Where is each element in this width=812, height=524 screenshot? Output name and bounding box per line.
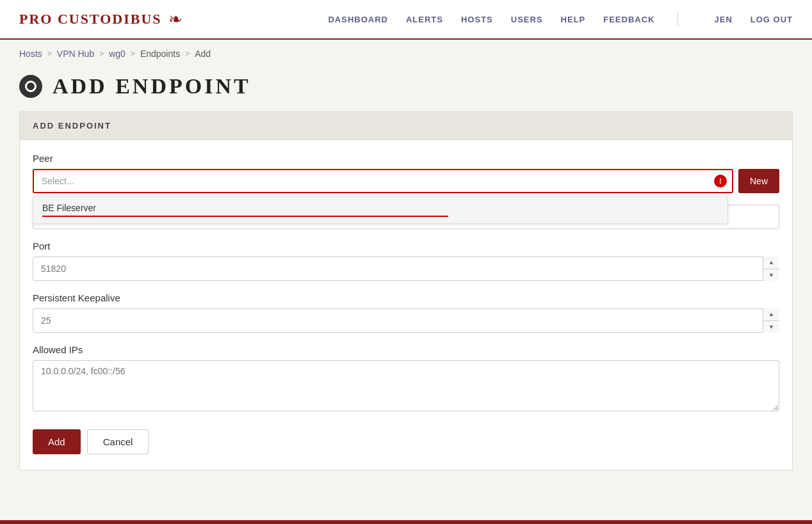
dropdown-item-label: BE Fileserver (42, 203, 719, 213)
nav-link-users[interactable]: USERS (511, 15, 543, 24)
peer-dropdown: BE Fileserver (33, 196, 728, 224)
breadcrumb-sep-4: > (185, 49, 190, 58)
allowed-ips-input[interactable] (33, 360, 779, 411)
nav-link-alerts[interactable]: ALERTS (406, 15, 443, 24)
breadcrumb-add: Add (195, 49, 211, 59)
page-title-area: ADD ENDPOINT (0, 68, 812, 111)
port-group: Port ▲ ▼ (33, 241, 779, 281)
allowed-ips-group: Allowed IPs (33, 344, 779, 414)
port-input[interactable] (33, 257, 779, 281)
keepalive-input-wrapper: ▲ ▼ (33, 308, 779, 333)
peer-group: Peer Select... BE Fileserver ! BE Filese… (33, 153, 779, 193)
nav-divider (678, 13, 678, 26)
breadcrumb-endpoints: Endpoints (140, 49, 180, 59)
card-body: Peer Select... BE Fileserver ! BE Filese… (20, 140, 792, 470)
nav-link-hosts[interactable]: HOSTS (461, 15, 493, 24)
breadcrumb-vpnhub[interactable]: VPN Hub (57, 49, 94, 59)
nav-link-dashboard[interactable]: DASHBOARD (328, 15, 388, 24)
top-navigation: PRO CUSTODIBUS ❧ DASHBOARD ALERTS HOSTS … (0, 0, 812, 40)
card-header: ADD ENDPOINT (20, 112, 792, 140)
page-title: ADD ENDPOINT (53, 74, 251, 99)
breadcrumb-hosts[interactable]: Hosts (19, 49, 42, 59)
breadcrumb: Hosts > VPN Hub > wg0 > Endpoints > Add (0, 40, 812, 68)
nav-link-help[interactable]: HELP (561, 15, 586, 24)
breadcrumb-sep-1: > (47, 49, 52, 58)
add-endpoint-card: ADD ENDPOINT Peer Select... BE Fileserve… (19, 111, 793, 470)
keepalive-input[interactable] (33, 308, 779, 333)
keepalive-group: Persistent Keepalive ▲ ▼ (33, 292, 779, 333)
add-button[interactable]: Add (33, 429, 81, 454)
nav-user[interactable]: JEN (714, 15, 732, 24)
port-label: Port (33, 241, 779, 251)
port-spinner-down[interactable]: ▼ (763, 269, 779, 282)
keepalive-spinner-down[interactable]: ▼ (763, 321, 779, 333)
breadcrumb-wg0[interactable]: wg0 (109, 49, 126, 59)
cancel-button[interactable]: Cancel (87, 429, 149, 454)
title-icon (19, 75, 42, 98)
keepalive-spinner: ▲ ▼ (763, 308, 779, 333)
breadcrumb-sep-2: > (99, 49, 104, 58)
peer-label: Peer (33, 153, 779, 164)
bottom-bar (0, 520, 812, 524)
dropdown-item-be-fileserver[interactable]: BE Fileserver (33, 196, 727, 223)
nav-link-feedback[interactable]: FEEDBACK (603, 15, 654, 24)
form-actions: Add Cancel (33, 429, 779, 454)
port-spinner: ▲ ▼ (763, 257, 779, 281)
dropdown-item-underline (42, 216, 448, 217)
new-peer-button[interactable]: New (738, 169, 779, 193)
peer-select[interactable]: Select... BE Fileserver (33, 169, 733, 193)
keepalive-spinner-up[interactable]: ▲ (763, 308, 779, 321)
breadcrumb-sep-3: > (131, 49, 135, 58)
port-input-wrapper: ▲ ▼ (33, 257, 779, 281)
keepalive-label: Persistent Keepalive (33, 292, 779, 303)
nav-links: DASHBOARD ALERTS HOSTS USERS HELP FEEDBA… (328, 13, 793, 26)
peer-row: Select... BE Fileserver ! BE Fileserver … (33, 169, 779, 193)
logo-area: PRO CUSTODIBUS ❧ (19, 10, 328, 29)
nav-logout[interactable]: LOG OUT (751, 15, 793, 24)
allowed-ips-label: Allowed IPs (33, 344, 779, 355)
logo-icon: ❧ (168, 10, 183, 29)
port-spinner-up[interactable]: ▲ (763, 257, 779, 269)
peer-select-wrapper: Select... BE Fileserver ! BE Fileserver (33, 169, 733, 193)
logo-text: PRO CUSTODIBUS (19, 11, 162, 28)
